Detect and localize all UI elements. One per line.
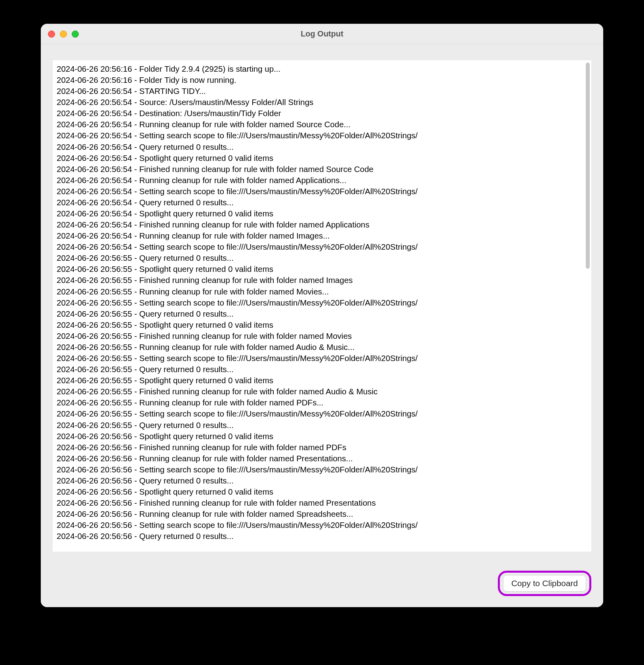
log-line: 2024-06-26 20:56:54 - Running cleanup fo…: [57, 175, 586, 186]
titlebar: Log Output: [41, 24, 603, 44]
log-line: 2024-06-26 20:56:55 - Finished running c…: [57, 275, 586, 286]
log-line: 2024-06-26 20:56:55 - Query returned 0 r…: [57, 308, 586, 319]
log-line: 2024-06-26 20:56:54 - Setting search sco…: [57, 186, 586, 197]
log-line: 2024-06-26 20:56:56 - Spotlight query re…: [57, 431, 586, 442]
log-line: 2024-06-26 20:56:56 - Spotlight query re…: [57, 486, 586, 497]
content-area: 2024-06-26 20:56:16 - Folder Tidy 2.9.4 …: [41, 44, 603, 564]
close-icon[interactable]: [48, 31, 55, 38]
log-output[interactable]: 2024-06-26 20:56:16 - Folder Tidy 2.9.4 …: [53, 60, 591, 552]
log-line: 2024-06-26 20:56:54 - Query returned 0 r…: [57, 197, 586, 208]
minimize-icon[interactable]: [60, 31, 67, 38]
log-line: 2024-06-26 20:56:55 - Spotlight query re…: [57, 375, 586, 386]
log-line: 2024-06-26 20:56:54 - Finished running c…: [57, 219, 586, 230]
log-line: 2024-06-26 20:56:54 - Running cleanup fo…: [57, 230, 586, 241]
log-line: 2024-06-26 20:56:55 - Running cleanup fo…: [57, 342, 586, 353]
log-line: 2024-06-26 20:56:56 - Running cleanup fo…: [57, 508, 586, 520]
log-line: 2024-06-26 20:56:54 - Query returned 0 r…: [57, 141, 586, 153]
log-line: 2024-06-26 20:56:55 - Query returned 0 r…: [57, 252, 586, 264]
log-output-container: 2024-06-26 20:56:16 - Folder Tidy 2.9.4 …: [53, 60, 591, 552]
log-line: 2024-06-26 20:56:54 - Spotlight query re…: [57, 153, 586, 164]
log-line: 2024-06-26 20:56:54 - Finished running c…: [57, 164, 586, 175]
log-line: 2024-06-26 20:56:56 - Finished running c…: [57, 497, 586, 508]
log-line: 2024-06-26 20:56:55 - Query returned 0 r…: [57, 364, 586, 375]
log-line: 2024-06-26 20:56:55 - Finished running c…: [57, 386, 586, 397]
log-line: 2024-06-26 20:56:55 - Query returned 0 r…: [57, 420, 586, 431]
log-line: 2024-06-26 20:56:54 - Running cleanup fo…: [57, 119, 586, 130]
footer: Copy to Clipboard: [41, 564, 603, 607]
log-line: 2024-06-26 20:56:16 - Folder Tidy is now…: [57, 75, 586, 86]
log-line: 2024-06-26 20:56:55 - Setting search sco…: [57, 353, 586, 364]
scrollbar-thumb[interactable]: [586, 63, 590, 269]
log-line: 2024-06-26 20:56:55 - Spotlight query re…: [57, 264, 586, 275]
log-window: Log Output 2024-06-26 20:56:16 - Folder …: [41, 24, 603, 607]
log-line: 2024-06-26 20:56:55 - Finished running c…: [57, 331, 586, 342]
log-line: 2024-06-26 20:56:54 - Source: /Users/mau…: [57, 97, 586, 108]
log-line: 2024-06-26 20:56:54 - Setting search sco…: [57, 130, 586, 141]
log-line: 2024-06-26 20:56:55 - Spotlight query re…: [57, 319, 586, 331]
maximize-icon[interactable]: [72, 31, 79, 38]
copy-to-clipboard-button[interactable]: Copy to Clipboard: [503, 575, 586, 592]
window-title: Log Output: [41, 29, 603, 38]
log-line: 2024-06-26 20:56:55 - Running cleanup fo…: [57, 397, 586, 408]
log-line: 2024-06-26 20:56:56 - Finished running c…: [57, 442, 586, 453]
traffic-lights: [48, 31, 79, 38]
log-line: 2024-06-26 20:56:56 - Setting search sco…: [57, 464, 586, 475]
copy-button-highlight: Copy to Clipboard: [498, 571, 591, 596]
log-line: 2024-06-26 20:56:54 - STARTING TIDY...: [57, 86, 586, 97]
log-line: 2024-06-26 20:56:54 - Spotlight query re…: [57, 208, 586, 219]
log-line: 2024-06-26 20:56:56 - Query returned 0 r…: [57, 531, 586, 542]
log-line: 2024-06-26 20:56:16 - Folder Tidy 2.9.4 …: [57, 63, 586, 75]
log-line: 2024-06-26 20:56:56 - Setting search sco…: [57, 520, 586, 531]
log-line: 2024-06-26 20:56:56 - Query returned 0 r…: [57, 475, 586, 486]
log-line: 2024-06-26 20:56:56 - Running cleanup fo…: [57, 453, 586, 464]
log-line: 2024-06-26 20:56:54 - Destination: /User…: [57, 108, 586, 119]
log-line: 2024-06-26 20:56:54 - Setting search sco…: [57, 241, 586, 252]
log-line: 2024-06-26 20:56:55 - Running cleanup fo…: [57, 286, 586, 297]
log-line: 2024-06-26 20:56:55 - Setting search sco…: [57, 408, 586, 419]
log-line: 2024-06-26 20:56:55 - Setting search sco…: [57, 297, 586, 308]
